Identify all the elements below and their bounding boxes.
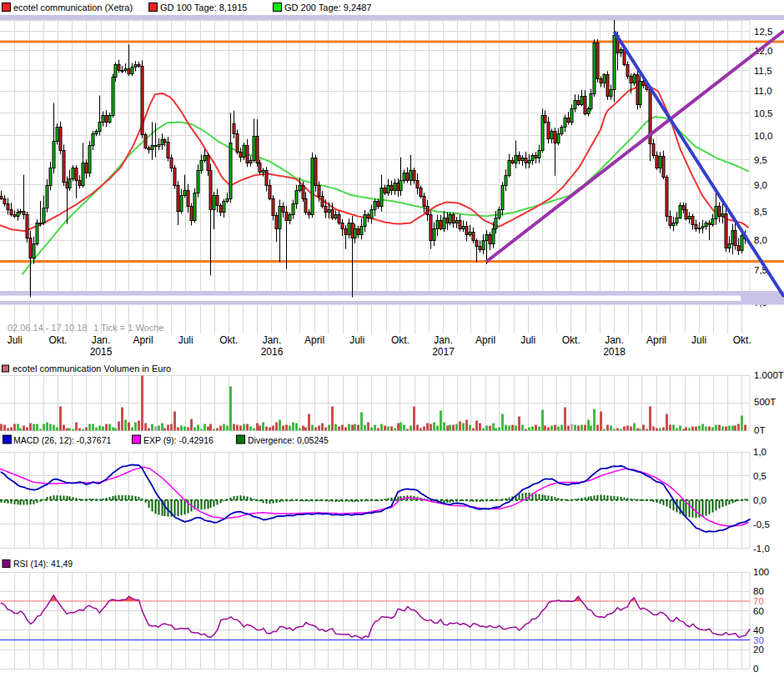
svg-text:-0,5: -0,5: [753, 519, 770, 529]
svg-text:8,0: 8,0: [754, 235, 767, 245]
svg-text:8,5: 8,5: [754, 207, 767, 217]
svg-text:2016: 2016: [261, 346, 284, 358]
svg-text:12,5: 12,5: [754, 27, 772, 37]
svg-text:April: April: [475, 334, 495, 346]
svg-text:Jan.: Jan.: [92, 334, 111, 346]
svg-text:MACD (26, 12): -0,37671: MACD (26, 12): -0,37671: [13, 435, 111, 445]
svg-text:RSI (14): 41,49: RSI (14): 41,49: [13, 559, 73, 569]
svg-text:40: 40: [753, 625, 764, 635]
svg-text:Juli: Juli: [691, 334, 706, 346]
svg-text:Jan.: Jan.: [263, 334, 282, 346]
svg-text:9,5: 9,5: [754, 155, 767, 165]
svg-text:EXP (9): -0,42916: EXP (9): -0,42916: [143, 435, 214, 445]
svg-text:Juli: Juli: [349, 334, 364, 346]
svg-text:Okt.: Okt.: [733, 334, 751, 346]
svg-text:Divergence: 0,05245: Divergence: 0,05245: [248, 435, 329, 445]
svg-text:20: 20: [753, 644, 764, 654]
svg-text:500T: 500T: [754, 397, 776, 407]
svg-text:GD 200 Tage: 9,2487: GD 200 Tage: 9,2487: [284, 3, 371, 13]
svg-text:30: 30: [753, 635, 764, 645]
svg-text:April: April: [133, 334, 153, 346]
svg-text:GD 100 Tage: 8,1915: GD 100 Tage: 8,1915: [160, 3, 247, 13]
svg-text:Juli: Juli: [8, 334, 23, 346]
svg-text:100: 100: [753, 567, 769, 577]
svg-text:Jan.: Jan.: [605, 334, 624, 346]
svg-text:02.06.14 - 17.10.18: 02.06.14 - 17.10.18: [8, 323, 87, 333]
svg-text:9,0: 9,0: [754, 180, 767, 190]
svg-text:70: 70: [753, 596, 764, 606]
svg-text:Jan.: Jan.: [434, 334, 453, 346]
svg-text:Okt.: Okt.: [562, 334, 580, 346]
svg-text:-1,0: -1,0: [753, 544, 770, 554]
svg-text:April: April: [304, 334, 324, 346]
svg-text:2018: 2018: [603, 346, 626, 358]
svg-text:1 Tick = 1 Woche: 1 Tick = 1 Woche: [93, 323, 163, 333]
svg-text:11,5: 11,5: [754, 66, 772, 76]
svg-text:0,5: 0,5: [753, 471, 766, 481]
svg-text:0: 0: [753, 664, 758, 674]
svg-text:Okt.: Okt.: [391, 334, 410, 346]
svg-text:80: 80: [753, 586, 764, 596]
svg-text:2015: 2015: [90, 346, 113, 358]
svg-text:0T: 0T: [754, 425, 765, 435]
svg-text:1,0: 1,0: [753, 447, 766, 457]
svg-text:April: April: [646, 334, 666, 346]
svg-text:11,0: 11,0: [754, 86, 772, 96]
svg-text:ecotel communication Volumen i: ecotel communication Volumen in Euro: [13, 364, 171, 374]
svg-text:1.000T: 1.000T: [754, 370, 784, 380]
svg-text:Okt.: Okt.: [48, 334, 67, 346]
svg-text:0,0: 0,0: [753, 495, 766, 505]
svg-text:10,0: 10,0: [754, 131, 772, 141]
svg-text:ecotel communication (Xetra): ecotel communication (Xetra): [13, 3, 133, 13]
svg-text:Juli: Juli: [178, 334, 193, 346]
svg-text:2017: 2017: [432, 346, 455, 358]
svg-text:10,5: 10,5: [754, 108, 772, 118]
svg-text:Juli: Juli: [520, 334, 535, 346]
svg-text:Okt.: Okt.: [219, 334, 238, 346]
svg-text:60: 60: [753, 606, 764, 616]
